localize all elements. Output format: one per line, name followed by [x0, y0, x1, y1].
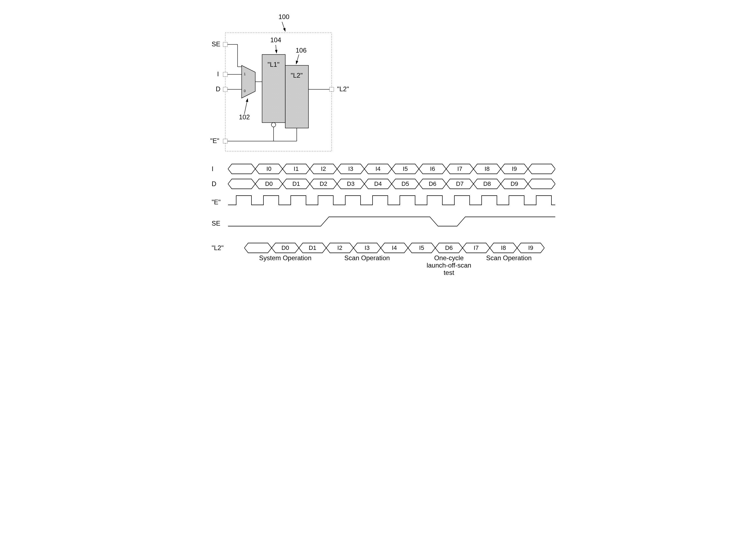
cell-label: D5 [401, 180, 409, 187]
anno-sysop: System Operation [259, 254, 311, 262]
port-se: SE [212, 40, 220, 48]
cell-label: I9 [512, 165, 517, 172]
svg-line-2 [282, 22, 285, 31]
label-d: D [212, 180, 216, 188]
cell-label: D6 [445, 244, 453, 251]
cell-label: D0 [282, 244, 289, 251]
cell-label: I8 [484, 165, 489, 172]
cell-label: D2 [320, 180, 327, 187]
cell-label: D8 [483, 180, 491, 187]
l1-label: "L1" [268, 61, 280, 68]
svg-point-10 [272, 123, 276, 127]
anno-scan2: Scan Operation [486, 254, 532, 262]
mux-in-0: 0 [244, 89, 246, 93]
cell-label: I2 [337, 244, 342, 251]
label-se: SE [212, 219, 220, 227]
svg-rect-7 [223, 139, 228, 143]
anno-oc1: One-cycle [434, 254, 464, 262]
cell-label: I4 [392, 244, 397, 251]
anno-oc3: test [444, 269, 454, 276]
circuit-diagram: 100 SE I D "E" "L2" 1 0 102 "L1" 104 "L2… [201, 11, 392, 158]
svg-rect-5 [223, 72, 228, 76]
cell-label: D9 [510, 180, 518, 187]
cell-label: I3 [348, 165, 353, 172]
cell-label: D1 [292, 180, 300, 187]
svg-rect-8 [329, 87, 334, 91]
cell-label: I3 [365, 244, 370, 251]
anno-scan1: Scan Operation [344, 254, 390, 262]
cell-label: D4 [374, 180, 382, 187]
svg-line-11 [276, 45, 277, 53]
cell-label: I8 [501, 244, 506, 251]
port-i: I [217, 70, 219, 78]
l2-label: "L2" [291, 71, 303, 79]
ref-102: 102 [239, 113, 250, 121]
cell-label: I2 [321, 165, 326, 172]
ref-104: 104 [270, 36, 281, 44]
cell-label: D7 [456, 180, 464, 187]
label-l2: "L2" [212, 244, 224, 251]
cell-label: I7 [474, 244, 478, 251]
svg-line-9 [244, 99, 248, 114]
label-i: I [212, 165, 214, 173]
port-d: D [216, 85, 220, 93]
mux-in-1: 1 [244, 72, 246, 76]
svg-line-12 [296, 55, 299, 64]
cell-label: D0 [265, 180, 273, 187]
cell-label: I5 [403, 165, 408, 172]
label-e: "E" [212, 199, 221, 206]
cell-label: D6 [429, 180, 436, 187]
cell-label: D1 [309, 244, 316, 251]
cell-label: I1 [294, 165, 298, 172]
mux-shape [242, 66, 255, 98]
cell-label: I9 [528, 244, 533, 251]
cell-label: I5 [419, 244, 424, 251]
svg-rect-4 [223, 42, 228, 47]
port-e: "E" [210, 137, 219, 144]
cell-label: I6 [430, 165, 435, 172]
cell-label: I4 [376, 165, 380, 172]
cell-label: I0 [267, 165, 272, 172]
port-out: "L2" [337, 85, 349, 93]
ref-106: 106 [295, 47, 306, 54]
cell-label: I7 [458, 165, 462, 172]
cell-label: D3 [347, 180, 355, 187]
ref-100: 100 [279, 13, 289, 20]
timing-diagram: II0I1I2I3I4I5I6I7I8I9DD0D1D2D3D4D5D6D7D8… [201, 158, 555, 283]
svg-rect-6 [223, 87, 228, 91]
anno-oc2: launch-off-scan [427, 262, 471, 269]
